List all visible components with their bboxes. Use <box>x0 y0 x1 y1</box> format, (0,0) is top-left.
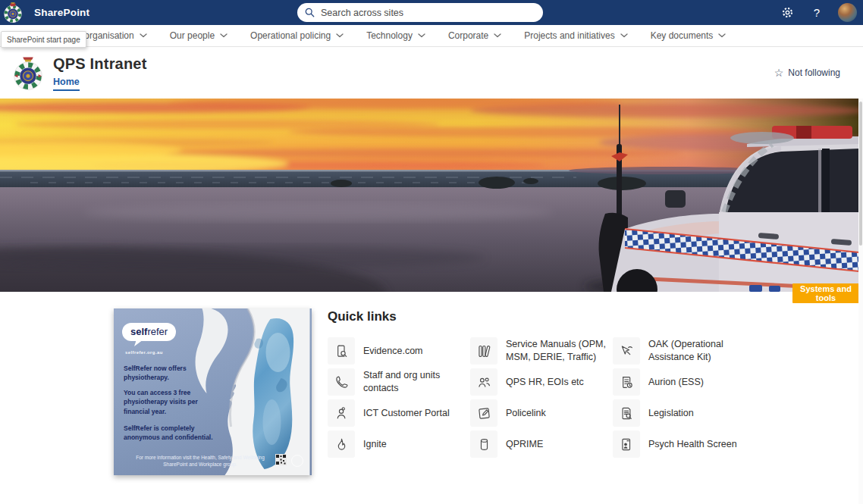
quick-links-title: Quick links <box>328 309 863 324</box>
primary-nav: SharePoint start page Our organisationOu… <box>0 25 863 47</box>
chevron-down-icon <box>336 33 344 38</box>
quick-link-label: Ignite <box>363 438 387 451</box>
nav-item-label: Our people <box>170 30 215 41</box>
quick-link-service-manuals-opm-msm-derie-traffic[interactable]: Service Manuals (OPM, MSM, DERIE, Traffi… <box>470 337 613 365</box>
poster-text-3: SelfRefer is completely anonymous and co… <box>124 424 216 443</box>
quick-link-label: Policelink <box>506 407 546 420</box>
flame-icon <box>328 430 355 458</box>
nav-item-label: Technology <box>366 30 413 41</box>
cursor-click-icon <box>613 337 640 365</box>
search-input[interactable] <box>321 8 535 18</box>
selfrefer-poster[interactable]: selfrefer selfrefer.org.au SelfRefer now… <box>114 308 312 475</box>
help-button[interactable]: ? <box>808 5 825 21</box>
star-icon: ☆ <box>774 67 784 78</box>
quick-link-label: Evidence.com <box>363 345 423 358</box>
qps-logo[interactable] <box>2 2 24 24</box>
nav-item-corporate[interactable]: Corporate <box>448 30 501 41</box>
document-magnifier-icon <box>613 399 640 427</box>
nav-item-label: Projects and initiatives <box>524 30 614 41</box>
follow-label: Not following <box>788 67 840 78</box>
chevron-down-icon <box>418 33 425 38</box>
quick-link-evidence-com[interactable]: Evidence.com <box>328 337 470 365</box>
poster-text-2: You can access 3 free physiotherapy visi… <box>124 388 216 416</box>
quick-link-label: QPS HR, EOIs etc <box>506 376 584 389</box>
nav-item-technology[interactable]: Technology <box>366 30 425 41</box>
app-name: SharePoint <box>34 7 89 18</box>
document-clock-icon <box>613 368 640 396</box>
sharepoint-start-tooltip: SharePoint start page <box>1 31 86 48</box>
quick-link-label: Staff and org units contacts <box>363 369 470 395</box>
settings-button[interactable] <box>779 5 796 21</box>
qps-poster-logo <box>291 455 303 467</box>
quick-link-label: Legislation <box>648 407 694 420</box>
nav-item-operational-policing[interactable]: Operational policing <box>250 30 344 41</box>
chevron-down-icon <box>620 33 628 38</box>
scrollbar-thumb[interactable] <box>859 102 862 246</box>
page-title: QPS Intranet <box>53 55 147 73</box>
quick-link-qps-hr-eois-etc[interactable]: QPS HR, EOIs etc <box>470 368 613 396</box>
tab-home[interactable]: Home <box>53 77 80 91</box>
brand-rest: refer <box>147 326 168 337</box>
gear-icon <box>781 6 794 19</box>
qps-site-logo[interactable] <box>12 56 44 91</box>
site-header: QPS Intranet Home ☆ Not following <box>0 47 863 99</box>
selfrefer-brand: selfrefer <box>122 323 176 341</box>
poster-text-1: SelfRefer now offers physiotherapy. <box>124 364 216 383</box>
nav-item-projects-and-initiatives[interactable]: Projects and initiatives <box>524 30 627 41</box>
quick-link-legislation[interactable]: Legislation <box>613 399 863 427</box>
quick-link-label: OAK (Operational Assistance Kit) <box>648 338 762 364</box>
help-icon: ? <box>814 6 820 19</box>
chevron-down-icon <box>220 33 228 38</box>
search-icon <box>305 8 315 17</box>
quick-link-qprime[interactable]: QPRIME <box>470 430 613 458</box>
chevron-down-icon <box>494 33 501 38</box>
topbar: SharePoint ? <box>0 0 863 25</box>
chevron-down-icon <box>140 33 147 38</box>
quick-link-label: QPRIME <box>506 438 543 451</box>
poster-footer-text: For more information visit the Health, S… <box>132 454 268 469</box>
person-icon <box>328 399 355 427</box>
qr-code <box>275 454 287 465</box>
nav-item-key-documents[interactable]: Key documents <box>651 30 726 41</box>
quick-link-psych-health-screen[interactable]: Psych Health Screen <box>613 430 863 458</box>
quick-link-policelink[interactable]: Policelink <box>470 399 613 427</box>
search-box[interactable] <box>297 3 543 22</box>
compose-icon <box>470 399 497 427</box>
quick-link-label: Psych Health Screen <box>648 438 737 451</box>
nav-item-our-people[interactable]: Our people <box>170 30 228 41</box>
chevron-down-icon <box>718 33 726 38</box>
main-content: selfrefer selfrefer.org.au SelfRefer now… <box>0 292 863 475</box>
quick-link-label: Aurion (ESS) <box>648 376 704 389</box>
quick-link-ict-customer-portal[interactable]: ICT Customer Portal <box>328 399 470 427</box>
quick-links-section: Quick links Evidence.comService Manuals … <box>328 308 863 475</box>
database-icon <box>470 430 497 458</box>
follow-button[interactable]: ☆ Not following <box>774 67 840 78</box>
books-icon <box>470 337 497 365</box>
account-avatar[interactable] <box>838 3 857 22</box>
selfrefer-url: selfrefer.org.au <box>125 350 163 355</box>
document-search-icon <box>328 337 355 365</box>
nav-item-label: Key documents <box>651 30 714 41</box>
quick-link-oak-operational-assistance-kit[interactable]: OAK (Operational Assistance Kit) <box>613 337 863 365</box>
quick-link-staff-and-org-units-contacts[interactable]: Staff and org units contacts <box>328 368 470 396</box>
people-icon <box>470 368 497 396</box>
nav-item-label: Operational policing <box>250 30 331 41</box>
quick-links-grid: Evidence.comService Manuals (OPM, MSM, D… <box>328 337 863 458</box>
person-document-icon <box>613 430 640 458</box>
nav-item-label: Corporate <box>448 30 488 41</box>
hero-beach-sunset-police-car-image <box>0 99 859 292</box>
page-scrollbar[interactable] <box>858 99 863 504</box>
quick-link-label: Service Manuals (OPM, MSM, DERIE, Traffi… <box>506 338 613 364</box>
phone-icon <box>328 368 355 396</box>
hero-banner <box>0 99 859 292</box>
quick-link-aurion-ess[interactable]: Aurion (ESS) <box>613 368 863 396</box>
systems-and-tools-button[interactable]: Systems and tools <box>792 283 859 303</box>
quick-link-label: ICT Customer Portal <box>363 407 450 420</box>
brand-bold: self <box>130 326 147 337</box>
quick-link-ignite[interactable]: Ignite <box>328 430 470 458</box>
